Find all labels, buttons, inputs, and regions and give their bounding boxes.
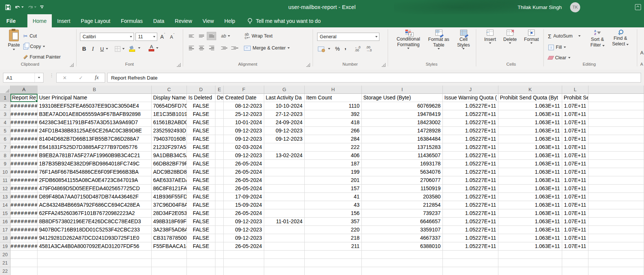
cell[interactable]: 1.063E+11 (498, 110, 562, 119)
user-name[interactable]: Thilak Kumar Singh (518, 5, 562, 10)
font-name-select[interactable]: Calibri (80, 33, 134, 41)
cell[interactable]: 61561B2ABD0 (152, 119, 187, 127)
cell[interactable]: ######## (11, 152, 38, 160)
tab-home[interactable]: Home (27, 14, 52, 27)
cell[interactable]: 6646657 (362, 218, 443, 226)
cell[interactable] (224, 267, 264, 275)
cell[interactable]: 1.063E+11 (498, 160, 562, 168)
cell[interactable]: 21232F297A5 (152, 143, 187, 152)
cell[interactable]: ######## (11, 193, 38, 201)
cell[interactable]: 81404D682B7D66B13FB55B7C86D288A7 (38, 135, 152, 143)
cell[interactable]: 25-12-2023 (224, 110, 264, 119)
cell[interactable]: 392 (305, 110, 362, 119)
cell[interactable]: 1.07E+11 (562, 185, 588, 193)
cell[interactable]: 1.05227E+11 (443, 242, 498, 251)
cell[interactable] (588, 168, 644, 176)
cell[interactable]: 86C8F8121FA (152, 185, 187, 193)
cell[interactable]: 1.05227E+11 (443, 127, 498, 135)
cell[interactable] (215, 143, 224, 152)
cell[interactable]: 76F1A6F667B454886CE6F09FE966B3BA (38, 168, 152, 176)
cell[interactable] (443, 251, 498, 259)
find-select-button[interactable]: Find & Select (610, 30, 630, 47)
cell[interactable] (498, 251, 562, 259)
font-size-select[interactable]: 11 (135, 33, 157, 41)
cell[interactable]: 1.07E+11 (562, 160, 588, 168)
tab-data[interactable]: Data (148, 14, 170, 27)
cell[interactable] (224, 251, 264, 259)
cell[interactable]: 406 (305, 152, 362, 160)
column-header[interactable]: K (498, 86, 562, 94)
cell[interactable]: 24FD1B438B83125AE6CE26AC0C3B9D8E (38, 127, 152, 135)
insert-function-icon[interactable]: fx (95, 75, 99, 81)
align-left-button[interactable] (187, 44, 196, 52)
decrease-decimal-button[interactable]: .00 →.0 (366, 45, 372, 53)
cell[interactable]: 1.07E+11 (562, 242, 588, 251)
cell[interactable]: 19478419 (362, 110, 443, 119)
cell[interactable]: 203580 (362, 193, 443, 201)
clear-button[interactable]: Clear (548, 54, 570, 62)
cell[interactable] (215, 193, 224, 201)
column-header[interactable] (588, 86, 644, 94)
cell[interactable]: 220 (305, 226, 362, 234)
cell[interactable] (588, 251, 644, 259)
autosum-button[interactable]: Σ AutoSum (548, 32, 581, 40)
cell[interactable]: 1.05227E+11 (443, 193, 498, 201)
cell[interactable]: 1.05227E+11 (443, 218, 498, 226)
cell[interactable]: FALSE (187, 143, 215, 152)
cell[interactable] (215, 259, 224, 267)
cell[interactable]: 1.063E+11 (498, 176, 562, 185)
column-header[interactable]: E (215, 86, 224, 94)
column-header[interactable]: F (224, 86, 264, 94)
cell[interactable]: 26-05-2024 (224, 176, 264, 185)
cell[interactable] (305, 259, 362, 267)
cell[interactable] (38, 259, 152, 267)
cell[interactable]: 418 (305, 119, 362, 127)
cell[interactable]: 1.063E+11 (498, 193, 562, 201)
cell[interactable]: 739237 (362, 209, 443, 218)
cell[interactable]: 26-05-2024 (224, 168, 264, 176)
cell[interactable] (215, 102, 224, 110)
cell[interactable]: 09-12-2023 (264, 135, 305, 143)
cell[interactable]: 15-09-2024 (224, 201, 264, 209)
cell[interactable]: 211 (305, 242, 362, 251)
cell[interactable]: 02-03-2024 (224, 143, 264, 152)
cell[interactable]: 08-12-2023 (224, 102, 264, 110)
cell[interactable]: 1.05227E+11 (443, 226, 498, 234)
cell[interactable]: 1.063E+11 (498, 218, 562, 226)
column-header[interactable]: J (443, 86, 498, 94)
cell[interactable] (264, 234, 305, 242)
cell[interactable]: FALSE (187, 218, 215, 226)
cell[interactable]: 199 (305, 168, 362, 176)
row-header[interactable]: 12 (0, 185, 11, 193)
cell[interactable]: ######## (11, 160, 38, 168)
row-header[interactable]: 5 (0, 127, 11, 135)
cell[interactable]: FALSE (187, 209, 215, 218)
cell[interactable] (215, 201, 224, 209)
cell[interactable] (443, 259, 498, 267)
cell[interactable]: 1.05227E+11 (443, 110, 498, 119)
cell[interactable]: 1.05227E+11 (443, 160, 498, 168)
merge-center-button[interactable]: Merge & Center (244, 44, 290, 52)
cell[interactable]: 09-12-2023 (224, 226, 264, 234)
row-header[interactable]: 13 (0, 193, 11, 201)
cell[interactable]: 17-09-2024 (224, 193, 264, 201)
cell[interactable]: 9A1DBB34C5A (152, 152, 187, 160)
cell[interactable]: 1.05227E+11 (443, 201, 498, 209)
cell[interactable]: ######## (11, 127, 38, 135)
comma-style-button[interactable]: , (345, 43, 346, 51)
cell[interactable]: 1.07E+11 (562, 110, 588, 119)
cell[interactable]: 09-12-2023 (224, 234, 264, 242)
cell[interactable] (588, 218, 644, 226)
cell[interactable] (362, 259, 443, 267)
format-as-table-button[interactable]: Format as Table (426, 30, 452, 50)
italic-button[interactable]: I (92, 45, 94, 53)
cell[interactable] (443, 267, 498, 275)
cell[interactable]: 27-12-2023 (264, 110, 305, 119)
cell[interactable]: 1.05227E+11 (443, 135, 498, 143)
percent-style-button[interactable]: % (335, 45, 340, 53)
cell[interactable] (588, 110, 644, 119)
format-painter-button[interactable]: Format Painter (23, 53, 61, 61)
cell[interactable]: ADC9B28BD8B (152, 168, 187, 176)
bold-button[interactable]: B (82, 45, 86, 53)
cell[interactable] (264, 176, 305, 185)
